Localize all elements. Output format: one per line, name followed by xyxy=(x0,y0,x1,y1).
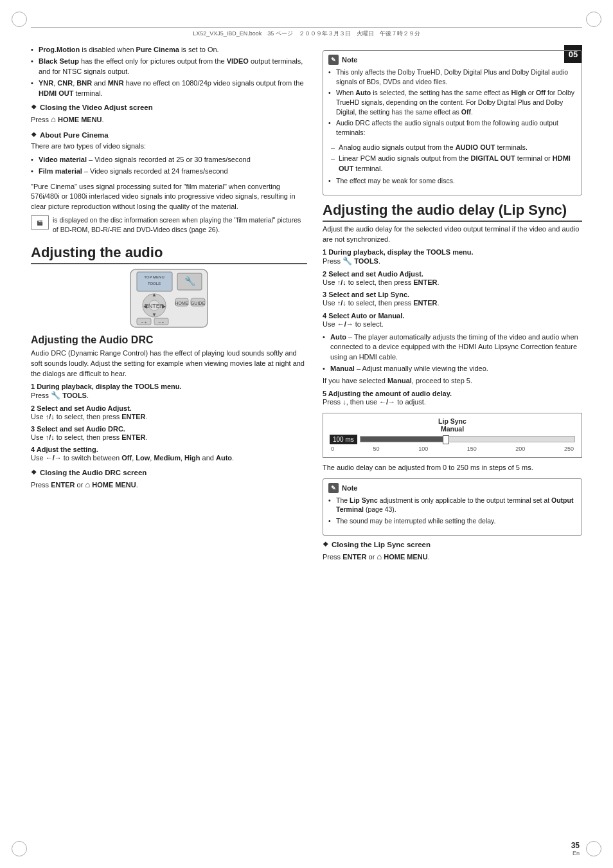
page-container: LX52_VXJ5_IBD_EN.book 35 ページ ２００９年３月３日 火… xyxy=(0,0,613,868)
corner-mark-br xyxy=(586,841,601,856)
about-cinema-heading: About Pure Cinema xyxy=(31,131,307,139)
svg-text:◀: ◀ xyxy=(143,303,148,309)
note-bottom-bullets: The Lip Sync adjustment is only applicab… xyxy=(328,496,576,526)
slider-fill xyxy=(360,437,446,442)
note-top-bullets: This only affects the Dolby TrueHD, Dolb… xyxy=(328,68,576,138)
svg-text:HOME: HOME xyxy=(175,301,189,305)
drc-step-2: 2 Select and set Audio Adjust. Use ↑/↓ t… xyxy=(31,404,307,422)
manual-note: If you have selected Manual, proceed to … xyxy=(323,376,582,386)
slider-container: Lip Sync Manual 100 ms 0 50 100 150 200 xyxy=(323,413,582,458)
lip-step-2: 2 Select and set Audio Adjust. Use ↑/↓ t… xyxy=(323,270,582,287)
disc-note-row: 🎬 is displayed on the disc information s… xyxy=(31,215,307,237)
bullet-blacksetup: Black Setup has the effect only for pict… xyxy=(31,57,307,77)
closing-lip-heading: Closing the Lip Sync screen xyxy=(323,541,582,548)
left-column: Prog.Motion is disabled when Pure Cinema… xyxy=(31,45,307,836)
bullet-auto: Auto – The player automatically adjusts … xyxy=(323,332,582,362)
film-icon: 🎬 xyxy=(31,215,49,230)
note-bottom-bullet-1: The Lip Sync adjustment is only applicab… xyxy=(328,496,576,514)
svg-text:– +: – + xyxy=(141,320,147,324)
note-bottom-bullet: The effect may be weak for some discs. xyxy=(328,176,576,186)
note-bottom-bullet-2: The sound may be interrupted while setti… xyxy=(328,516,576,526)
cinema-bullets: Video material – Video signals recorded … xyxy=(31,155,307,177)
main-content: Prog.Motion is disabled when Pure Cinema… xyxy=(31,45,582,836)
note-bullet-4: The effect may be weak for some discs. xyxy=(328,176,576,186)
slider-value-label: 100 ms xyxy=(330,435,357,444)
bullet-manual: Manual – Adjust manually while viewing t… xyxy=(323,364,582,374)
right-column: ✎ Note This only affects the Dolby TrueH… xyxy=(323,45,582,836)
slider-row: 100 ms xyxy=(330,435,575,444)
drc-step-4: 4 Adjust the setting. Use ←/→ to switch … xyxy=(31,446,307,463)
bullet-video-material: Video material – Video signals recorded … xyxy=(31,155,307,165)
note-box-bottom: ✎ Note The Lip Sync adjustment is only a… xyxy=(323,478,582,536)
lip-step-1: 1 During playback, display the TOOLS men… xyxy=(323,248,582,267)
lip-sync-heading: Adjusting the audio delay (Lip Sync) xyxy=(323,202,582,222)
bullet-progmotion: Prog.Motion is disabled when Pure Cinema… xyxy=(31,45,307,55)
svg-text:▶: ▶ xyxy=(162,303,166,309)
note-dash-1: Analog audio signals output from the AUD… xyxy=(328,143,576,152)
page-locale: En xyxy=(573,850,580,856)
auto-manual-bullets: Auto – The player automatically adjusts … xyxy=(323,332,582,374)
lip-step-5: 5 Adjusting the amount of audio delay. P… xyxy=(323,390,582,407)
corner-mark-tl xyxy=(12,12,27,27)
note-icon-top: ✎ xyxy=(328,55,339,65)
lip-step-3: 3 Select and set Lip Sync. Use ↑/↓ to se… xyxy=(323,291,582,308)
disc-note-text: is displayed on the disc information scr… xyxy=(53,215,307,234)
slider-ticks: 0 50 100 150 200 250 xyxy=(330,446,575,452)
svg-text:– +: – + xyxy=(159,320,164,324)
corner-mark-bl xyxy=(12,841,27,856)
slider-note: The audio delay can be adjusted from 0 t… xyxy=(323,463,582,473)
closing-drc-heading: Closing the Audio DRC screen xyxy=(31,469,307,476)
slider-track xyxy=(360,436,575,442)
note-icon-bottom: ✎ xyxy=(328,483,339,493)
intro-bullets: Prog.Motion is disabled when Pure Cinema… xyxy=(31,45,307,98)
note-bullet-3: Audio DRC affects the audio signals outp… xyxy=(328,118,576,137)
bullet-film-material: Film material – Video signals recorded a… xyxy=(31,167,307,176)
svg-text:▼: ▼ xyxy=(152,312,157,318)
svg-text:🔧: 🔧 xyxy=(184,276,196,287)
note-box-top: ✎ Note This only affects the Dolby TrueH… xyxy=(323,50,582,195)
drc-step-3: 3 Select and set Audio DRC. Use ↑/↓ to s… xyxy=(31,425,307,442)
drc-subheading: Adjusting the Audio DRC xyxy=(31,334,307,346)
remote-svg: TOP MENU TOOLS 🔧 ENTER ▲ ▼ ◀ ▶ HOME xyxy=(127,268,211,329)
slider-thumb[interactable] xyxy=(443,435,449,444)
cinema-quote: "Pure Cinema" uses signal processing sui… xyxy=(31,182,307,213)
header-bar: LX52_VXJ5_IBD_EN.book 35 ページ ２００９年３月３日 火… xyxy=(31,27,582,38)
drc-step-1: 1 During playback, display the TOOLS men… xyxy=(31,383,307,401)
lip-sync-intro: Adjust the audio delay for the selected … xyxy=(323,224,582,245)
bullet-ynr: YNR, CNR, BNR and MNR have no effect on … xyxy=(31,78,307,98)
closing-drc-text: Press ENTER or ⌂ HOME MENU. xyxy=(31,479,307,491)
adjusting-audio-heading: Adjusting the audio xyxy=(31,244,307,264)
lip-sync-steps: 1 During playback, display the TOOLS men… xyxy=(323,248,582,329)
page-number: 35 xyxy=(571,841,580,850)
note-dash-2: Linear PCM audio signals output from the… xyxy=(328,154,576,174)
note-bullet-2: When Auto is selected, the setting has t… xyxy=(328,88,576,116)
svg-text:TOP MENU: TOP MENU xyxy=(144,275,164,279)
closing-lip-text: Press ENTER or ⌂ HOME MENU. xyxy=(323,551,582,563)
header-text: LX52_VXJ5_IBD_EN.book 35 ページ ２００９年３月３日 火… xyxy=(193,30,420,38)
drc-steps: 1 During playback, display the TOOLS men… xyxy=(31,383,307,464)
closing-video-heading: Closing the Video Adjust screen xyxy=(31,104,307,111)
drc-intro: Audio DRC (Dynamic Range Control) has th… xyxy=(31,348,307,379)
lip-step-4: 4 Select Auto or Manual. Use ←/→ to sele… xyxy=(323,312,582,329)
cinema-intro: There are two types of video signals: xyxy=(31,141,307,152)
closing-video-text: Press ⌂ HOME MENU. xyxy=(31,114,307,126)
svg-text:TOOLS: TOOLS xyxy=(148,282,161,285)
remote-image-container: TOP MENU TOOLS 🔧 ENTER ▲ ▼ ◀ ▶ HOME xyxy=(31,268,307,329)
note-bullet-1: This only affects the Dolby TrueHD, Dolb… xyxy=(328,68,576,86)
svg-text:GUIDE: GUIDE xyxy=(191,301,206,305)
corner-mark-tr xyxy=(586,12,601,27)
svg-text:▲: ▲ xyxy=(152,292,157,298)
